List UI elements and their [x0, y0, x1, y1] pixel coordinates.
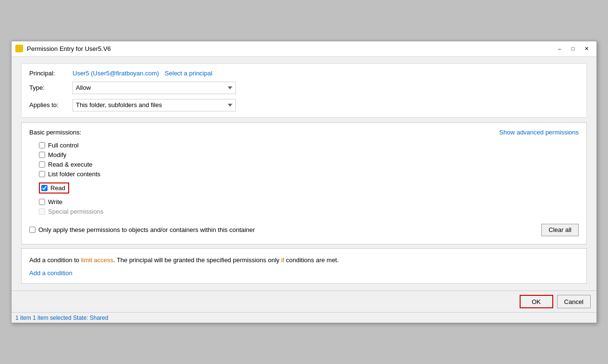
read-execute-row: Read & execute [39, 161, 579, 168]
modify-checkbox[interactable] [39, 152, 45, 158]
list-folder-label: List folder contents [48, 170, 100, 178]
status-bar-text: 1 item 1 item selected State: Shared [15, 315, 108, 321]
type-select[interactable]: Allow Deny [73, 82, 236, 94]
basic-permissions-section: Basic permissions: Show advanced permiss… [21, 122, 587, 244]
show-advanced-link[interactable]: Show advanced permissions [499, 129, 579, 136]
read-row-highlighted: Read [39, 182, 69, 194]
principal-value: User5 (User5@firatboyan.com) [73, 70, 159, 77]
permissions-title: Basic permissions: [29, 129, 81, 136]
full-control-checkbox[interactable] [39, 142, 45, 148]
minimize-button[interactable]: – [553, 44, 566, 53]
special-permissions-row: Special permissions [39, 208, 579, 215]
condition-text-after: conditions are met. [284, 256, 339, 264]
list-folder-row: List folder contents [39, 170, 579, 178]
list-folder-checkbox[interactable] [39, 171, 45, 177]
header-section: Principal: User5 (User5@firatboyan.com) … [21, 63, 587, 118]
only-apply-checkbox[interactable] [29, 227, 36, 233]
dialog-window: Permission Entry for User5.V6 – □ ✕ Prin… [11, 41, 597, 324]
write-checkbox[interactable] [39, 199, 45, 205]
read-execute-label: Read & execute [48, 161, 93, 168]
type-row: Type: Allow Deny [29, 82, 579, 94]
full-control-label: Full control [48, 142, 79, 149]
condition-section: Add a condition to limit access. The pri… [21, 248, 587, 284]
select-principal-link[interactable]: Select a principal [165, 70, 212, 77]
maximize-button[interactable]: □ [567, 44, 579, 53]
status-bar: 1 item 1 item selected State: Shared [12, 312, 596, 323]
principal-row: Principal: User5 (User5@firatboyan.com) … [29, 70, 579, 77]
write-label: Write [48, 198, 62, 206]
only-apply-label: Only apply these permissions to objects … [38, 226, 255, 233]
clear-all-button[interactable]: Clear all [541, 224, 579, 236]
dialog-content: Principal: User5 (User5@firatboyan.com) … [12, 57, 596, 291]
applies-label: Applies to: [29, 101, 73, 109]
folder-icon [15, 45, 23, 52]
special-permissions-checkbox [39, 208, 45, 215]
condition-text: Add a condition to limit access. The pri… [29, 255, 579, 265]
ok-button[interactable]: OK [520, 295, 553, 308]
write-row: Write [39, 198, 579, 206]
condition-text-middle: . The principal will be granted the spec… [113, 256, 281, 264]
modify-row: Modify [39, 151, 579, 158]
cancel-button[interactable]: Cancel [557, 295, 591, 308]
type-label: Type: [29, 84, 73, 91]
full-control-row: Full control [39, 142, 579, 149]
add-condition-link[interactable]: Add a condition [29, 269, 73, 277]
applies-row: Applies to: This folder, subfolders and … [29, 99, 579, 111]
read-checkbox[interactable] [41, 185, 48, 191]
title-bar-controls: – □ ✕ [553, 44, 593, 53]
permissions-footer: Only apply these permissions to objects … [29, 220, 579, 238]
special-permissions-label: Special permissions [48, 208, 104, 215]
principal-label: Principal: [29, 70, 73, 77]
read-label: Read [50, 184, 65, 192]
condition-text-before: Add a condition to [29, 256, 81, 264]
title-bar-text: Permission Entry for User5.V6 [27, 45, 553, 52]
bottom-bar: OK Cancel [12, 291, 596, 312]
title-bar: Permission Entry for User5.V6 – □ ✕ [12, 41, 596, 57]
permissions-header: Basic permissions: Show advanced permiss… [29, 129, 579, 136]
only-apply-row: Only apply these permissions to objects … [29, 226, 255, 233]
read-execute-checkbox[interactable] [39, 161, 45, 168]
applies-select[interactable]: This folder, subfolders and files This f… [73, 99, 236, 111]
close-button[interactable]: ✕ [580, 44, 593, 53]
modify-label: Modify [48, 151, 66, 158]
condition-text-orange1: limit access [81, 256, 113, 264]
